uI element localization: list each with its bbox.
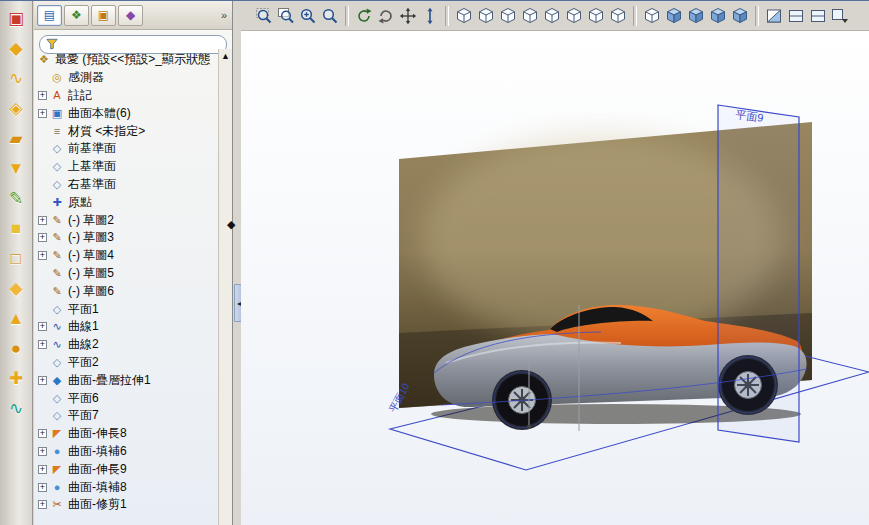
- panel-splitter[interactable]: ◆ ◂: [233, 1, 241, 525]
- tab-dimxpertmanager[interactable]: ◆: [118, 5, 143, 26]
- tree-item-10[interactable]: +✎(-) 草圖3: [36, 229, 218, 247]
- view-top-icon[interactable]: [541, 5, 563, 27]
- tree-item-23[interactable]: +◤曲面-伸長9: [36, 460, 218, 478]
- roll-view-icon[interactable]: [375, 5, 397, 27]
- tree-item-6[interactable]: ◇上基準面: [36, 158, 218, 176]
- planar-surface-tool-icon[interactable]: ■: [4, 216, 28, 240]
- move-z-icon[interactable]: [419, 5, 441, 27]
- extruded-surface-tool-icon[interactable]: ▣: [4, 6, 28, 30]
- tree-item-17[interactable]: ◇平面2: [36, 354, 218, 372]
- view-isometric-icon[interactable]: [585, 5, 607, 27]
- tree-item-0[interactable]: ❖最愛 (預設<<預設>_顯示狀態: [36, 51, 218, 69]
- tree-item-22[interactable]: +●曲面-填補6: [36, 443, 218, 461]
- tab-configurationmanager[interactable]: ▣: [91, 5, 116, 26]
- expand-plus-icon[interactable]: +: [38, 109, 47, 118]
- ruled-surface-tool-icon[interactable]: ◆: [4, 276, 28, 300]
- tree-item-24[interactable]: +●曲面-填補8: [36, 478, 218, 496]
- pan-icon[interactable]: [397, 5, 419, 27]
- tab-propertymanager[interactable]: ❖: [64, 5, 89, 26]
- expand-plus-icon[interactable]: +: [38, 216, 47, 225]
- section-view-icon[interactable]: [763, 5, 785, 27]
- tree-item-5[interactable]: ◇前基準面: [36, 140, 218, 158]
- view-right-icon[interactable]: [519, 5, 541, 27]
- filled-surface-tool-icon[interactable]: ▼: [4, 156, 28, 180]
- view-left-icon[interactable]: [497, 5, 519, 27]
- zoom-in-out-icon[interactable]: [297, 5, 319, 27]
- tree-item-14[interactable]: ◇平面1: [36, 300, 218, 318]
- display-shaded-icon[interactable]: [729, 5, 751, 27]
- swept-surface-tool-icon[interactable]: ∿: [4, 66, 28, 90]
- tree-item-9[interactable]: +✎(-) 草圖2: [36, 211, 218, 229]
- tree-item-2[interactable]: +A註記: [36, 87, 218, 105]
- plane-icon: ◇: [49, 357, 65, 368]
- revolved-surface-tool-icon[interactable]: ◆: [4, 36, 28, 60]
- viewport-canvas[interactable]: 平面9 平面10: [241, 31, 869, 525]
- tree-item-13[interactable]: ✎(-) 草圖6: [36, 282, 218, 300]
- tree-item-label: 曲線1: [65, 318, 99, 335]
- view-trimetric-icon[interactable]: [607, 5, 629, 27]
- display-hidden-lines-removed-icon[interactable]: [685, 5, 707, 27]
- view-back-icon[interactable]: [475, 5, 497, 27]
- tree-item-25[interactable]: +✂曲面-修剪1: [36, 496, 218, 514]
- sketch-icon: ✎: [49, 286, 65, 297]
- tree-item-label: 曲面本體(6): [65, 105, 131, 122]
- view-front-icon[interactable]: [453, 5, 475, 27]
- expand-plus-icon[interactable]: +: [38, 91, 47, 100]
- offset-surface-tool-icon[interactable]: □: [4, 246, 28, 270]
- expand-plus-icon[interactable]: +: [38, 322, 47, 331]
- tree-item-20[interactable]: ◇平面7: [36, 407, 218, 425]
- view-orientation-icon[interactable]: [785, 5, 807, 27]
- tree-item-18[interactable]: +◆曲面-疊層拉伸1: [36, 371, 218, 389]
- camera-view-icon[interactable]: [807, 5, 829, 27]
- expand-plus-icon[interactable]: +: [38, 376, 47, 385]
- display-hidden-lines-visible-icon[interactable]: [663, 5, 685, 27]
- tree-item-8[interactable]: ✚原點: [36, 193, 218, 211]
- delete-face-tool-icon[interactable]: ●: [4, 336, 28, 360]
- tree-scrollbar[interactable]: ▲: [218, 49, 232, 525]
- splitter-handle-icon[interactable]: ◆: [227, 219, 235, 230]
- tree-item-label: (-) 草圖5: [65, 265, 114, 282]
- tab-featuremanager[interactable]: ▤: [37, 5, 62, 26]
- expand-plus-icon[interactable]: +: [38, 429, 47, 438]
- view-bottom-icon[interactable]: [563, 5, 585, 27]
- panel-overflow-chevron-icon[interactable]: »: [221, 9, 229, 21]
- tree-item-11[interactable]: +✎(-) 草圖4: [36, 247, 218, 265]
- trim-surface-tool-icon[interactable]: ✚: [4, 366, 28, 390]
- tree-item-19[interactable]: ◇平面6: [36, 389, 218, 407]
- rotate-view-icon[interactable]: [353, 5, 375, 27]
- tree-item-16[interactable]: +∿曲線2: [36, 336, 218, 354]
- tree-item-15[interactable]: +∿曲線1: [36, 318, 218, 336]
- display-wireframe-icon[interactable]: [641, 5, 663, 27]
- tree-item-1[interactable]: ◎感測器: [36, 69, 218, 87]
- boundary-surface-tool-icon[interactable]: ▰: [4, 126, 28, 150]
- lofted-surface-tool-icon[interactable]: ◈: [4, 96, 28, 120]
- expand-plus-icon[interactable]: +: [38, 465, 47, 474]
- tree-item-3[interactable]: +▣曲面本體(6): [36, 104, 218, 122]
- filter-input[interactable]: [62, 37, 220, 51]
- tree-item-21[interactable]: +◤曲面-伸長8: [36, 425, 218, 443]
- zoom-to-fit-icon[interactable]: [253, 5, 275, 27]
- scroll-up-icon[interactable]: ▲: [221, 49, 230, 61]
- tree-item-label: 註記: [65, 87, 92, 104]
- zoom-to-selection-icon[interactable]: [319, 5, 341, 27]
- display-settings-icon[interactable]: [829, 5, 851, 27]
- zoom-to-area-icon[interactable]: [275, 5, 297, 27]
- curve-icon: ∿: [49, 321, 65, 332]
- display-shaded-with-edges-icon[interactable]: [707, 5, 729, 27]
- expand-plus-icon[interactable]: +: [38, 500, 47, 509]
- expand-plus-icon[interactable]: +: [38, 483, 47, 492]
- knit-surface-tool-icon[interactable]: ∿: [4, 396, 28, 420]
- tree-item-label: (-) 草圖4: [65, 247, 114, 264]
- tree-item-4[interactable]: ≡材質 <未指定>: [36, 122, 218, 140]
- config-icon: ❖: [36, 54, 52, 65]
- tree-item-7[interactable]: ◇右基準面: [36, 176, 218, 194]
- expand-plus-icon[interactable]: +: [38, 233, 47, 242]
- freeform-tool-icon[interactable]: ✎: [4, 186, 28, 210]
- expand-plus-icon[interactable]: +: [38, 340, 47, 349]
- tree-item-12[interactable]: ✎(-) 草圖5: [36, 265, 218, 283]
- expand-plus-icon[interactable]: +: [38, 447, 47, 456]
- extend-surface-tool-icon[interactable]: ▲: [4, 306, 28, 330]
- vertical-plane[interactable]: 平面9: [718, 105, 799, 442]
- feature-tree: ❖最愛 (預設<<預設>_顯示狀態◎感測器+A註記+▣曲面本體(6)≡材質 <未…: [36, 51, 218, 524]
- expand-plus-icon[interactable]: +: [38, 251, 47, 260]
